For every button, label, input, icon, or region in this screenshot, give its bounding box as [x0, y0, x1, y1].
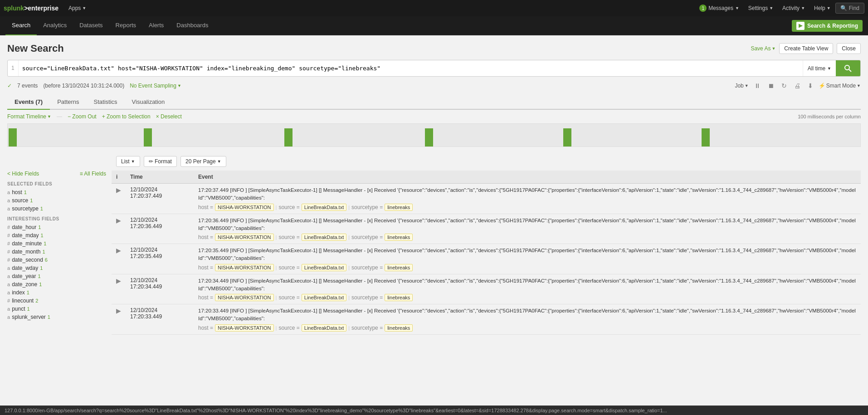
close-button[interactable]: Close [837, 43, 861, 54]
zoom-out-button[interactable]: − Zoom Out [68, 113, 97, 120]
expand-event-button[interactable]: ▶ [116, 247, 121, 254]
sec-nav-tab-reports[interactable]: Reports [109, 16, 143, 35]
result-tabs: Events (7)PatternsStatisticsVisualizatio… [7, 95, 861, 110]
expand-event-button[interactable]: ▶ [116, 277, 121, 284]
interesting-field-date_month[interactable]: # date_month 1 [7, 248, 106, 256]
stop-button[interactable]: ⏹ [766, 81, 776, 90]
expand-event-button[interactable]: ▶ [116, 307, 121, 314]
save-as-button[interactable]: Save As ▼ [751, 45, 775, 52]
selected-field-source[interactable]: a source 1 [7, 196, 106, 205]
interesting-field-date_wday[interactable]: a date_wday 1 [7, 264, 106, 272]
meta-source-val[interactable]: LineBreakData.txt [302, 324, 346, 332]
pause-button[interactable]: ⏸ [752, 81, 762, 90]
timeline-bar-0 [9, 128, 17, 146]
time-cell: 12/10/2024 17:20:35.449 [126, 244, 194, 274]
time-cell: 12/10/2024 17:20:33.449 [126, 304, 194, 335]
result-tab-patterns[interactable]: Patterns [50, 95, 86, 110]
interesting-field-date_second[interactable]: # date_second 6 [7, 256, 106, 264]
interesting-field-index[interactable]: a index 1 [7, 288, 106, 297]
meta-source-val[interactable]: LineBreakData.txt [302, 204, 346, 211]
interesting-field-linecount[interactable]: # linecount 2 [7, 297, 106, 305]
search-icon: 🔍 [840, 5, 847, 11]
sec-nav-tab-datasets[interactable]: Datasets [73, 16, 109, 35]
meta-host-val[interactable]: NISHA-WORKSTATION [215, 264, 274, 271]
result-tab-statistics[interactable]: Statistics [87, 95, 125, 110]
expand-event-button[interactable]: ▶ [116, 217, 121, 224]
field-type-icon: # [7, 225, 10, 230]
field-count: 1 [27, 306, 29, 312]
sec-nav-tab-analytics[interactable]: Analytics [37, 16, 73, 35]
meta-source-val[interactable]: LineBreakData.txt [302, 234, 346, 241]
meta-source-val[interactable]: LineBreakData.txt [302, 264, 346, 271]
interesting-field-date_mday[interactable]: # date_mday 1 [7, 231, 106, 239]
search-submit-button[interactable] [836, 60, 860, 76]
apps-menu-button[interactable]: Apps ▼ [64, 0, 91, 16]
sec-nav-tab-alerts[interactable]: Alerts [142, 16, 170, 35]
logo: splunk>enterprise [4, 5, 59, 12]
download-button[interactable]: ⬇ [806, 81, 815, 90]
event-date: 12/10/2024 [130, 307, 189, 313]
meta-sep2: | [348, 265, 350, 270]
field-type-icon: a [7, 190, 10, 195]
search-input[interactable] [19, 60, 803, 76]
selected-field-sourcetype[interactable]: a sourcetype 1 [7, 205, 106, 213]
meta-sep2: | [348, 325, 350, 331]
list-view-button[interactable]: List ▼ [116, 156, 140, 167]
job-button[interactable]: Job ▼ [735, 83, 748, 89]
interesting-field-date_minute[interactable]: # date_minute 1 [7, 239, 106, 248]
interesting-field-date_hour[interactable]: # date_hour 1 [7, 223, 106, 231]
create-table-view-button[interactable]: Create Table View [779, 43, 833, 54]
print-button[interactable]: 🖨 [792, 81, 802, 90]
meta-sourcetype-val[interactable]: linebreaks [385, 264, 413, 271]
results-area: < Hide Fields ≡ All Fields SELECTED FIEL… [7, 171, 861, 335]
interesting-field-date_year[interactable]: a date_year 1 [7, 272, 106, 280]
meta-sep2: | [348, 295, 350, 300]
meta-sourcetype-val[interactable]: linebreaks [385, 324, 413, 332]
meta-host-key: host = [198, 294, 213, 301]
meta-host-key: host = [198, 264, 213, 271]
meta-host-val[interactable]: NISHA-WORKSTATION [215, 324, 274, 332]
event-meta: host = NISHA-WORKSTATION | source = Line… [198, 204, 856, 211]
expand-cell: ▶ [112, 214, 126, 244]
help-button[interactable]: Help ▼ [809, 0, 835, 16]
selected-field-host[interactable]: a host 1 [7, 188, 106, 196]
interesting-field-punct[interactable]: a punct 1 [7, 305, 106, 313]
secondary-navigation: SearchAnalyticsDatasetsReportsAlertsDash… [0, 16, 868, 35]
deselect-button[interactable]: × Deselect [156, 113, 182, 120]
format-timeline-button[interactable]: Format Timeline ▼ [7, 113, 51, 120]
meta-source-key: source = [278, 264, 299, 271]
event-meta: host = NISHA-WORKSTATION | source = Line… [198, 234, 856, 241]
app-badge-icon: ▶ [796, 22, 805, 30]
interesting-field-splunk_server[interactable]: a splunk_server 1 [7, 313, 106, 321]
meta-host-val[interactable]: NISHA-WORKSTATION [215, 294, 274, 301]
result-tab-visualization[interactable]: Visualization [125, 95, 172, 110]
refresh-button[interactable]: ↻ [780, 81, 789, 90]
expand-cell: ▶ [112, 304, 126, 335]
per-page-button[interactable]: 20 Per Page ▼ [180, 156, 226, 167]
zoom-to-selection-button[interactable]: + Zoom to Selection [102, 113, 151, 120]
meta-source-val[interactable]: LineBreakData.txt [302, 294, 346, 301]
messages-button[interactable]: 1 Messages ▼ [695, 0, 744, 16]
interesting-field-date_zone[interactable]: a date_zone 1 [7, 280, 106, 288]
settings-button[interactable]: Settings ▼ [744, 0, 778, 16]
sec-nav-tab-search[interactable]: Search [5, 16, 37, 35]
find-button[interactable]: 🔍 Find [835, 3, 864, 14]
time-picker-button[interactable]: All time ▼ [803, 60, 836, 76]
event-time: 17:20:34.449 [130, 283, 189, 290]
table-row: ▶ 12/10/2024 17:20:33.449 17:20:33.449 [… [112, 304, 861, 335]
meta-sourcetype-val[interactable]: linebreaks [385, 294, 413, 301]
meta-host-val[interactable]: NISHA-WORKSTATION [215, 234, 274, 241]
event-sampling-button[interactable]: No Event Sampling ▼ [130, 83, 181, 89]
all-fields-button[interactable]: ≡ All Fields [80, 171, 106, 177]
meta-sourcetype-val[interactable]: linebreaks [385, 234, 413, 241]
timeline-chart[interactable] [7, 123, 861, 147]
sec-nav-tab-dashboards[interactable]: Dashboards [170, 16, 215, 35]
expand-event-button[interactable]: ▶ [116, 186, 121, 194]
meta-sourcetype-val[interactable]: linebreaks [385, 204, 413, 211]
format-button[interactable]: ✏ Format [144, 156, 177, 167]
meta-host-val[interactable]: NISHA-WORKSTATION [215, 204, 274, 211]
activity-button[interactable]: Activity ▼ [778, 0, 809, 16]
hide-fields-button[interactable]: < Hide Fields [7, 171, 39, 177]
smart-mode-button[interactable]: ⚡ Smart Mode ▼ [819, 83, 861, 89]
result-tab-events[interactable]: Events (7) [7, 95, 50, 110]
